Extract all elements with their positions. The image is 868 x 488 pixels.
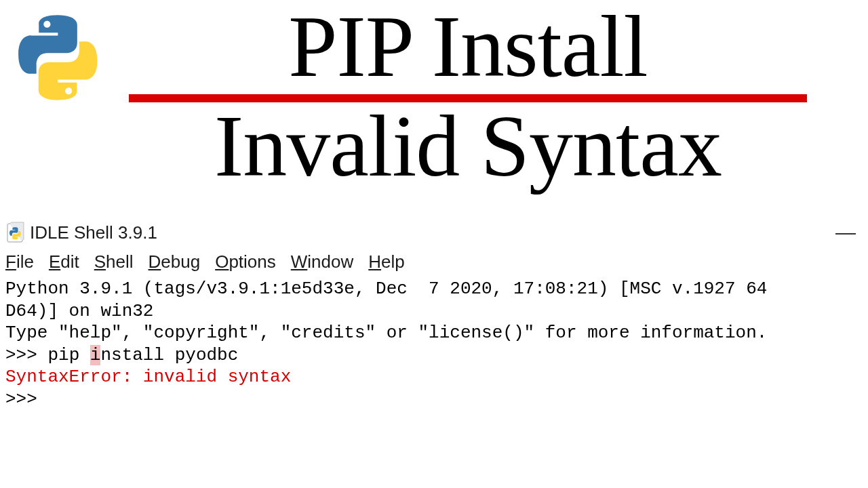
menu-debug[interactable]: Debug	[149, 251, 201, 272]
menu-shell[interactable]: Shell	[94, 251, 134, 272]
window-title: IDLE Shell 3.9.1	[30, 222, 830, 243]
shell-cmd-pre: pip	[47, 345, 90, 365]
heading-bottom: Invalid Syntax	[108, 100, 827, 192]
menu-options[interactable]: Options	[215, 251, 276, 272]
shell-error-line: SyntaxError: invalid syntax	[5, 367, 291, 387]
menu-help[interactable]: Help	[368, 251, 404, 272]
menubar: File Edit Shell Debug Options Window Hel…	[0, 246, 868, 277]
shell-banner-line-2: D64)] on win32	[5, 301, 153, 321]
shell-prompt-2: >>>	[5, 389, 37, 409]
shell-prompt: >>>	[5, 345, 47, 365]
menu-window[interactable]: Window	[291, 251, 353, 272]
window-titlebar: IDLE Shell 3.9.1 —	[0, 219, 868, 246]
idle-window: IDLE Shell 3.9.1 — File Edit Shell Debug…	[0, 219, 868, 410]
shell-cmd-post: nstall pyodbc	[100, 345, 238, 365]
menu-file[interactable]: File	[5, 251, 34, 272]
idle-app-icon	[5, 222, 24, 243]
heading-top: PIP Install	[108, 0, 827, 93]
shell-banner-line-3: Type "help", "copyright", "credits" or "…	[5, 323, 767, 343]
python-logo-icon	[14, 14, 102, 102]
window-minimize-button[interactable]: —	[830, 222, 861, 243]
shell-output[interactable]: Python 3.9.1 (tags/v3.9.1:1e5d33e, Dec 7…	[0, 277, 868, 410]
shell-cmd-error-highlight: i	[90, 345, 101, 365]
menu-edit[interactable]: Edit	[49, 251, 79, 272]
shell-banner-line-1: Python 3.9.1 (tags/v3.9.1:1e5d33e, Dec 7…	[5, 279, 767, 299]
